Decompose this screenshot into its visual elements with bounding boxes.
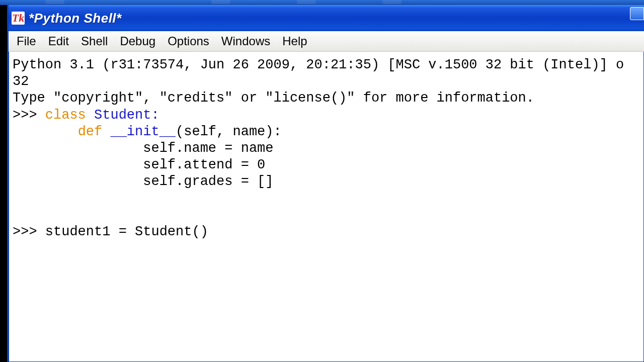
prompt: >>> — [13, 108, 45, 123]
menu-help[interactable]: Help — [276, 32, 313, 50]
keyword-class: class — [45, 108, 86, 123]
banner-line: Type "copyright", "credits" or "license(… — [13, 90, 534, 106]
menu-windows[interactable]: Windows — [215, 32, 276, 50]
code-line: self.grades = [] — [143, 174, 273, 189]
minimize-button[interactable] — [630, 7, 644, 20]
space — [102, 124, 110, 139]
menubar: File Edit Shell Debug Options Windows He… — [9, 31, 644, 52]
indent — [13, 141, 143, 156]
method-signature: (self, name): — [176, 124, 282, 139]
keyword-def: def — [78, 124, 103, 139]
menu-file[interactable]: File — [11, 32, 42, 50]
banner-line: 32 — [13, 74, 29, 89]
code-line: student1 = Student() — [45, 224, 208, 239]
indent — [13, 124, 78, 139]
code-line: self.name = name — [143, 141, 273, 156]
taskbar-item — [382, 0, 401, 4]
os-taskbar — [0, 0, 644, 5]
menu-options[interactable]: Options — [162, 32, 215, 50]
banner-line: Python 3.1 (r31:73574, Jun 26 2009, 20:2… — [13, 57, 624, 72]
tk-app-icon: Tk — [12, 12, 25, 25]
tk-app-icon-text: Tk — [12, 13, 24, 24]
prompt: >>> — [13, 224, 45, 239]
taskbar-item — [211, 0, 230, 4]
window-title: *Python Shell* — [29, 11, 122, 26]
indent — [13, 157, 143, 172]
menu-edit[interactable]: Edit — [42, 32, 75, 50]
method-name: __init__ — [110, 124, 176, 139]
shell-text-area[interactable]: Python 3.1 (r31:73574, Jun 26 2009, 20:2… — [9, 52, 644, 245]
window-controls — [630, 7, 644, 20]
taskbar-item — [297, 0, 316, 4]
titlebar[interactable]: Tk *Python Shell* — [9, 5, 644, 31]
code-line: self.attend = 0 — [143, 157, 265, 172]
idle-window: Tk *Python Shell* File Edit Shell Debug … — [7, 5, 644, 362]
class-header: Student: — [86, 108, 159, 123]
menu-debug[interactable]: Debug — [114, 32, 162, 50]
indent — [13, 174, 143, 189]
menu-shell[interactable]: Shell — [75, 32, 114, 50]
taskbar-item — [45, 0, 64, 4]
